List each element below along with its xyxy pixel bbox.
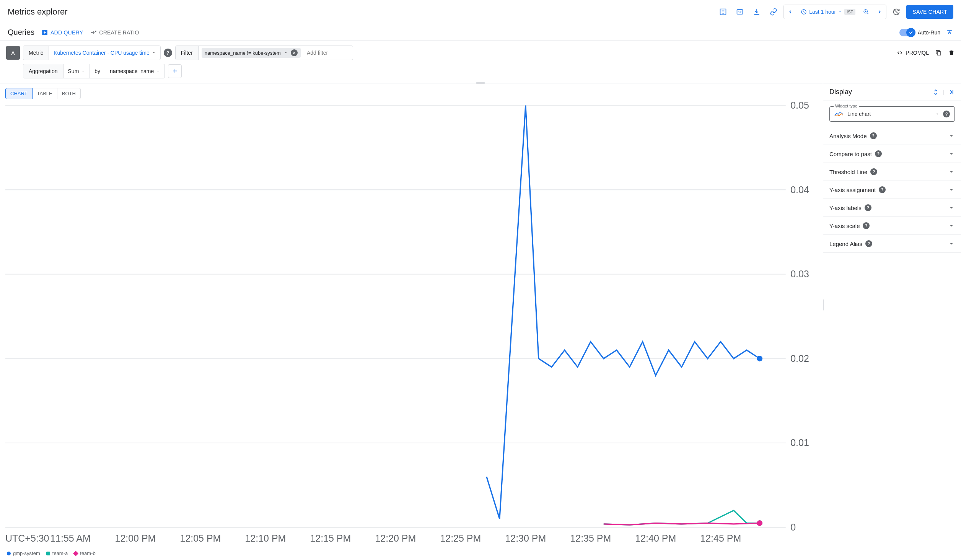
query-row-2: Aggregation Sum by namespace_name +	[6, 64, 955, 78]
add-aggregation-button[interactable]: +	[168, 64, 182, 78]
query-row-1: A Metric Kubernetes Container - CPU usag…	[6, 46, 955, 60]
copy-icon[interactable]	[935, 49, 942, 56]
toggle-switch[interactable]	[899, 29, 915, 36]
queries-bar: Queries ADD QUERY CREATE RATIO Auto-Run	[0, 24, 961, 41]
toggle-knob-check-icon	[906, 28, 915, 37]
query-builder: A Metric Kubernetes Container - CPU usag…	[0, 41, 961, 83]
help-icon[interactable]: ?	[865, 204, 871, 211]
view-tabs: CHART TABLE BOTH	[5, 88, 818, 99]
svg-text:12:30 PM: 12:30 PM	[505, 533, 546, 544]
aggregation-by-label: by	[90, 64, 105, 78]
time-range-prev-button[interactable]	[784, 5, 797, 19]
svg-text:12:20 PM: 12:20 PM	[375, 533, 416, 544]
chart-svg: 00.010.020.030.040.05UTC+5:3011:55 AM12:…	[5, 101, 818, 548]
svg-line-9	[894, 9, 899, 14]
svg-text:0: 0	[790, 522, 796, 532]
main-content: CHART TABLE BOTH 00.010.020.030.040.05UT…	[0, 83, 961, 560]
help-icon[interactable]: ?	[863, 222, 870, 229]
aggregation-selector[interactable]: Aggregation Sum by namespace_name	[23, 64, 165, 78]
delete-icon[interactable]	[948, 49, 955, 56]
view-tab-both[interactable]: BOTH	[57, 88, 81, 99]
svg-text:11:55 AM: 11:55 AM	[50, 533, 91, 544]
chevron-down-icon	[948, 132, 955, 139]
filter-chip-remove-icon[interactable]	[291, 49, 298, 56]
chevron-down-icon	[948, 150, 955, 157]
save-chart-button[interactable]: SAVE CHART	[906, 5, 953, 19]
drag-handle[interactable]	[476, 82, 485, 84]
svg-text:UTC+5:30: UTC+5:30	[5, 533, 49, 544]
help-icon[interactable]: ?	[870, 132, 877, 139]
help-icon[interactable]: ?	[870, 168, 877, 175]
svg-text:12:45 PM: 12:45 PM	[700, 533, 741, 544]
display-header-actions: |	[933, 88, 955, 96]
query-letter-badge: A	[6, 46, 20, 60]
time-range-next-button[interactable]	[873, 5, 886, 19]
legend-square-icon	[46, 552, 50, 555]
accordion-yaxis-assignment[interactable]: Y-axis assignment?	[823, 181, 961, 199]
display-header: Display |	[823, 83, 961, 101]
svg-rect-3	[737, 10, 743, 14]
panel-resize-handle[interactable]	[823, 299, 824, 311]
time-range-picker[interactable]: Last 1 hour IST	[797, 5, 859, 19]
view-tab-table[interactable]: TABLE	[32, 88, 57, 99]
accordion-compare-past[interactable]: Compare to past?	[823, 145, 961, 163]
chart-canvas[interactable]: 00.010.020.030.040.05UTC+5:3011:55 AM12:…	[5, 101, 818, 548]
accordion-analysis-mode[interactable]: Analysis Mode?	[823, 127, 961, 145]
aggregation-label: Aggregation	[23, 64, 64, 78]
chart-area: CHART TABLE BOTH 00.010.020.030.040.05UT…	[0, 83, 823, 560]
add-filter-input[interactable]	[304, 50, 350, 56]
aggregation-group[interactable]: namespace_name	[105, 64, 165, 78]
help-icon[interactable]: ?	[865, 240, 872, 247]
queries-bar-right: Auto-Run	[899, 29, 953, 36]
legend-dot-icon	[7, 552, 11, 555]
collapse-queries-icon[interactable]	[946, 29, 953, 36]
legend-item-team-b[interactable]: team-b	[74, 550, 95, 556]
accordion-yaxis-scale[interactable]: Y-axis scale?	[823, 217, 961, 235]
svg-text:0.05: 0.05	[790, 101, 809, 111]
code-icon[interactable]	[733, 5, 747, 19]
auto-run-toggle[interactable]: Auto-Run	[899, 29, 940, 36]
svg-point-44	[757, 356, 762, 361]
svg-text:12:25 PM: 12:25 PM	[440, 533, 481, 544]
legend-item-team-a[interactable]: team-a	[46, 550, 68, 556]
line-chart-icon	[834, 111, 844, 117]
create-ratio-button[interactable]: CREATE RATIO	[90, 29, 139, 36]
add-query-button[interactable]: ADD QUERY	[41, 29, 83, 36]
download-icon[interactable]	[750, 5, 764, 19]
zoom-icon[interactable]	[859, 5, 873, 19]
chevron-down-icon	[948, 204, 955, 211]
accordion-threshold-line[interactable]: Threshold Line?	[823, 163, 961, 181]
widget-type-selector[interactable]: Widget type Line chart ?	[829, 106, 955, 122]
help-icon[interactable]: ?	[875, 150, 882, 157]
display-panel: Display | Widget type Line chart ? A	[823, 83, 961, 560]
chevron-down-icon[interactable]	[284, 51, 288, 55]
aggregation-func[interactable]: Sum	[64, 64, 90, 78]
filter-label: Filter	[176, 46, 199, 60]
svg-text:12:15 PM: 12:15 PM	[310, 533, 351, 544]
filter-chip-text: namespace_name != kube-system	[205, 50, 281, 56]
legend-row: gmp-system team-a team-b	[5, 548, 818, 558]
create-ratio-label: CREATE RATIO	[99, 29, 139, 36]
widget-type-help-icon[interactable]: ?	[943, 111, 950, 117]
chevron-down-icon	[948, 222, 955, 229]
metric-value[interactable]: Kubernetes Container - CPU usage time	[49, 46, 160, 60]
collapse-panel-icon[interactable]	[948, 89, 955, 96]
view-tab-chart[interactable]: CHART	[5, 88, 33, 99]
filter-selector[interactable]: Filter namespace_name != kube-system	[175, 46, 353, 60]
add-to-dashboard-icon[interactable]	[716, 5, 730, 19]
filter-chip[interactable]: namespace_name != kube-system	[202, 48, 301, 58]
promql-button[interactable]: PROMQL	[896, 50, 929, 56]
display-title: Display	[829, 88, 852, 96]
help-icon[interactable]: ?	[879, 186, 886, 193]
autorefresh-off-icon[interactable]	[889, 5, 903, 19]
metric-help-icon[interactable]: ?	[164, 49, 172, 57]
link-icon[interactable]	[767, 5, 780, 19]
legend-item-gmp-system[interactable]: gmp-system	[7, 550, 40, 556]
svg-line-6	[867, 13, 868, 14]
chevron-down-icon[interactable]	[935, 112, 939, 116]
metric-selector[interactable]: Metric Kubernetes Container - CPU usage …	[23, 46, 161, 60]
accordion-legend-alias[interactable]: Legend Alias?	[823, 235, 961, 253]
expand-collapse-icon[interactable]	[933, 88, 939, 96]
accordion-yaxis-labels[interactable]: Y-axis labels?	[823, 199, 961, 217]
svg-text:12:40 PM: 12:40 PM	[635, 533, 676, 544]
